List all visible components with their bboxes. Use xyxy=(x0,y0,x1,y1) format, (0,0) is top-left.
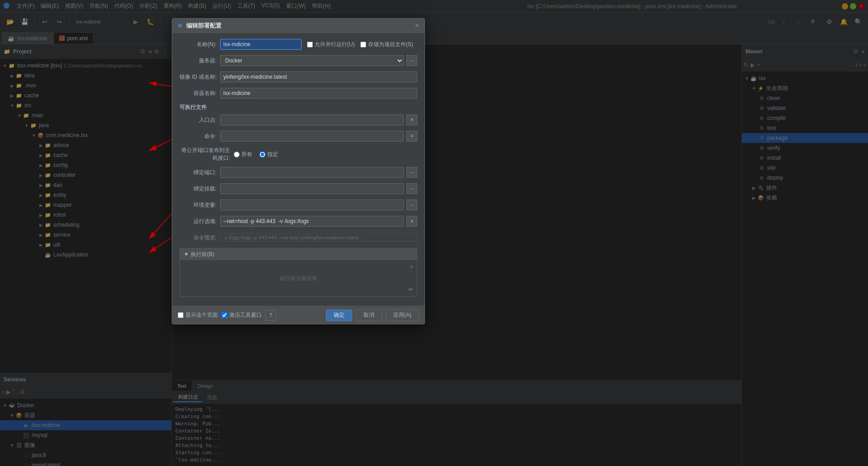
dialog-title-icon: ⚙ xyxy=(178,23,183,29)
dialog-image-label: 镜像 ID 或名称: xyxy=(179,73,220,81)
dialog-confirm-btn[interactable]: 确定 xyxy=(326,309,352,321)
dialog-cancel-btn[interactable]: 取消 xyxy=(356,309,382,321)
dialog-server-select[interactable]: Docker xyxy=(220,55,404,66)
dialog-server-label: 服务器: xyxy=(179,57,220,65)
dialog-run-options-row: 运行选项: × xyxy=(179,215,417,227)
dialog-bind-ports-label: 绑定端口: xyxy=(179,169,220,176)
dialog-bind-ports-row-inner: ··· xyxy=(220,167,417,178)
dialog-name-label: 名称(N): xyxy=(179,41,220,48)
no-tasks-label: 运行前没有任务 xyxy=(279,275,317,282)
dialog-entrypoint-row-inner: × xyxy=(220,114,417,125)
dialog-env-vars-input[interactable] xyxy=(220,200,404,210)
dialog-run-options-clear-btn[interactable]: × xyxy=(406,216,417,227)
dialog-entrypoint-input[interactable] xyxy=(220,114,404,125)
save-to-file-label: 存储为项目文件(S) xyxy=(360,41,413,48)
dialog-command-row-inner: × xyxy=(220,131,417,142)
show-page-checkbox-label: 显示这个页面 xyxy=(178,311,218,319)
dialog-env-vars-row: 环境变量: ··· xyxy=(179,199,417,211)
radio-all-label: 所有 xyxy=(234,151,252,158)
dialog-cmd-preview-value: -v /logs:/logs -p 443:443 --net host yin… xyxy=(220,233,417,242)
before-launch-content: 运行前没有任务 + ✏ xyxy=(180,260,417,296)
dialog-name-input[interactable] xyxy=(220,39,302,50)
show-page-checkbox[interactable] xyxy=(178,312,184,318)
radio-specific-label: 指定 xyxy=(259,151,278,158)
dialog-image-row: 镜像 ID 或名称: xyxy=(179,71,417,83)
activate-checkbox-label: 激活工具窗口 xyxy=(222,311,262,319)
dialog-bind-mounts-label: 绑定挂载: xyxy=(179,185,220,193)
dialog-run-options-row-inner: × xyxy=(220,216,417,227)
dialog-footer-left: 显示这个页面 激活工具窗口 ? xyxy=(178,310,322,321)
dialog-image-input[interactable] xyxy=(220,71,417,82)
dialog-bind-mounts-row: 绑定挂载: ··· xyxy=(179,183,417,195)
dialog-env-vars-label: 环境变量: xyxy=(179,201,220,209)
dialog-help-btn[interactable]: ? xyxy=(265,310,276,321)
dialog-command-clear-btn[interactable]: × xyxy=(406,131,417,142)
activate-label: 激活工具窗口 xyxy=(229,311,262,319)
dialog-server-more-btn[interactable]: ··· xyxy=(406,55,417,66)
dialog-container-label: 容器名称: xyxy=(179,90,220,97)
dialog-body: 名称(N): 允许并行运行(U) 存储为项目文件(S) 服务器: xyxy=(172,33,425,306)
dialog-container-input[interactable] xyxy=(220,88,417,99)
dialog-bind-mounts-btn[interactable]: ··· xyxy=(406,183,417,194)
dialog-command-row: 命令: × xyxy=(179,130,417,142)
dialog-bind-ports-btn[interactable]: ··· xyxy=(406,167,417,178)
before-launch-header[interactable]: ▼ 执行前(B) xyxy=(180,248,417,260)
before-launch-add-btn[interactable]: + xyxy=(410,264,413,270)
dialog-bind-ports-input[interactable] xyxy=(220,167,404,178)
dialog-env-vars-btn[interactable]: ··· xyxy=(406,200,417,210)
show-page-label: 显示这个页面 xyxy=(185,311,218,319)
dialog-command-label: 命令: xyxy=(179,133,220,140)
dialog-title-text: 编辑部署配置 xyxy=(186,22,222,30)
before-launch-section: ▼ 执行前(B) 运行前没有任务 + ✏ xyxy=(179,248,417,297)
dialog-run-options-input[interactable] xyxy=(220,216,404,227)
dialog-title-bar: ⚙ 编辑部署配置 × xyxy=(172,19,425,33)
dialog-publish-ports-row: 将公开端口发布到主机接口: 所有 指定 xyxy=(179,147,417,162)
dialog-close-btn[interactable]: × xyxy=(415,22,419,30)
dialog-container-row: 容器名称: xyxy=(179,87,417,99)
dialog-entrypoint-clear-btn[interactable]: × xyxy=(406,114,417,125)
deploy-config-dialog: ⚙ 编辑部署配置 × 名称(N): 允许并行运行(U) 存储为项目文件(S) xyxy=(172,18,425,324)
dialog-radio-group: 所有 指定 xyxy=(234,151,417,158)
activate-checkbox[interactable] xyxy=(222,312,227,318)
dialog-bind-ports-row: 绑定端口: ··· xyxy=(179,166,417,178)
dialog-name-row: 名称(N): 允许并行运行(U) 存储为项目文件(S) xyxy=(179,38,417,50)
dialog-command-input[interactable] xyxy=(220,131,404,142)
executable-section-title: 可执行文件 xyxy=(179,104,417,111)
dialog-apply-btn[interactable]: 应用(A) xyxy=(386,309,419,321)
dialog-entrypoint-label: 入口点: xyxy=(179,116,220,124)
dialog-bind-mounts-input[interactable] xyxy=(220,183,404,194)
dialog-cmd-preview-label: 命令预览: xyxy=(179,234,220,242)
radio-specific[interactable] xyxy=(259,152,265,157)
before-launch-edit-btn[interactable]: ✏ xyxy=(409,286,413,293)
allow-parallel-checkbox[interactable] xyxy=(307,42,313,48)
radio-all[interactable] xyxy=(234,152,240,157)
dialog-cmd-preview-row: 命令预览: -v /logs:/logs -p 443:443 --net ho… xyxy=(179,232,417,243)
dialog-run-options-label: 运行选项: xyxy=(179,218,220,225)
dialog-overlay: ⚙ 编辑部署配置 × 名称(N): 允许并行运行(U) 存储为项目文件(S) xyxy=(0,0,868,466)
dialog-publish-label: 将公开端口发布到主机接口: xyxy=(179,147,234,162)
save-to-file-checkbox[interactable] xyxy=(360,42,366,48)
before-launch-arrow: ▼ xyxy=(184,251,189,257)
dialog-entrypoint-row: 入口点: × xyxy=(179,114,417,126)
dialog-server-row: 服务器: Docker ··· xyxy=(179,55,417,67)
dialog-bind-mounts-row-inner: ··· xyxy=(220,183,417,194)
dialog-footer: 显示这个页面 激活工具窗口 ? 确定 取消 应用(A) xyxy=(172,306,425,324)
before-launch-title: 执行前(B) xyxy=(191,251,214,258)
allow-parallel-label: 允许并行运行(U) xyxy=(307,41,355,48)
dialog-server-select-row: Docker ··· xyxy=(220,55,417,66)
dialog-env-vars-row-inner: ··· xyxy=(220,200,417,210)
